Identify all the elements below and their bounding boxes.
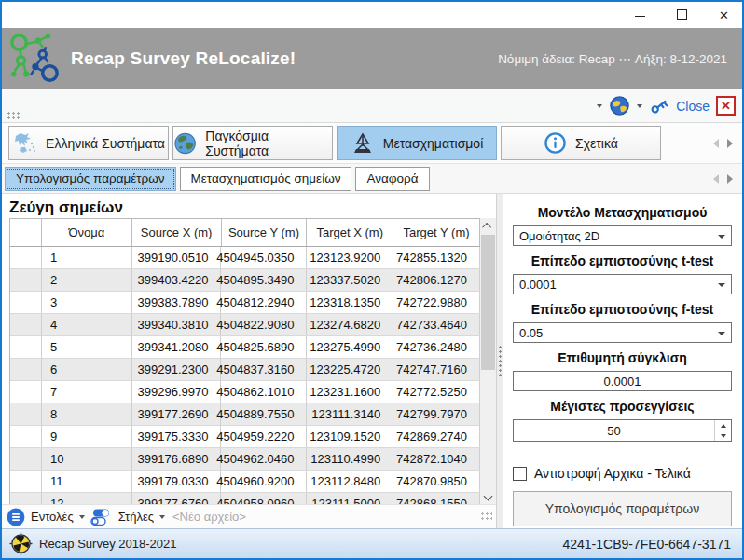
scrollbar-up-icon[interactable]	[480, 218, 496, 234]
commands-menu-button[interactable]: Εντολές	[31, 510, 74, 524]
model-select[interactable]: Ομοιότητας 2D	[513, 225, 732, 246]
header-name[interactable]: Όνομα	[42, 219, 132, 246]
cell-name[interactable]: 11	[42, 471, 132, 492]
cell-name[interactable]: 6	[42, 359, 132, 380]
cell-source-x[interactable]: 399175.3330	[132, 426, 222, 447]
cell-target-y[interactable]: 742869.2740	[393, 426, 480, 447]
row-selector[interactable]	[10, 426, 42, 447]
header-target-y[interactable]: Target Y (m)	[393, 219, 480, 246]
cell-name[interactable]: 9	[42, 426, 132, 447]
tab-world-systems[interactable]: Παγκόσμια Συστήματα	[172, 126, 333, 160]
table-row[interactable]: 11399179.03304504960.9200123112.84807428…	[10, 471, 480, 493]
chevron-down-icon[interactable]	[159, 515, 165, 519]
scrollbar-thumb[interactable]	[481, 235, 495, 370]
cell-target-y[interactable]: 742855.1320	[393, 247, 480, 268]
cell-source-y[interactable]: 4504962.0460	[221, 448, 307, 470]
cell-target-x[interactable]: 123123.9200	[307, 247, 393, 268]
cell-name[interactable]: 1	[42, 247, 132, 268]
table-row[interactable]: 10399176.68904504962.0460123110.49907428…	[10, 448, 480, 471]
cell-target-y[interactable]: 742747.7160	[393, 359, 480, 380]
cell-source-y[interactable]: 4504958.0960	[221, 493, 307, 504]
table-row[interactable]: 1399190.05104504945.0350123123.920074285…	[10, 247, 480, 269]
cell-source-x[interactable]: 399190.0510	[132, 247, 222, 268]
scrollbar-down-icon[interactable]	[480, 488, 496, 504]
cell-target-x[interactable]: 123274.6820	[307, 314, 393, 335]
cell-source-y[interactable]: 4504895.3490	[221, 269, 307, 291]
chevron-down-icon[interactable]	[637, 104, 642, 108]
columns-menu-button[interactable]: Στήλες	[118, 510, 154, 524]
cell-target-y[interactable]: 742806.1270	[393, 269, 480, 291]
tab-transformations[interactable]: Μετασχηματισμοί	[337, 126, 497, 160]
table-row[interactable]: 7399296.99704504862.1010123231.160074277…	[10, 381, 480, 403]
cell-name[interactable]: 3	[42, 292, 132, 313]
invert-checkbox[interactable]	[513, 467, 527, 481]
chevron-down-icon[interactable]	[79, 515, 85, 519]
scroll-left-icon[interactable]	[713, 139, 719, 148]
stepper-up-icon[interactable]	[715, 420, 731, 430]
tab-greek-systems[interactable]: Ελληνικά Συστήματα	[8, 126, 169, 160]
close-menu-button[interactable]: Close	[676, 99, 710, 114]
cell-name[interactable]: 2	[42, 269, 132, 291]
cell-target-x[interactable]: 123112.8480	[307, 471, 393, 492]
cell-name[interactable]: 12	[42, 493, 132, 504]
scroll-right-icon[interactable]	[727, 139, 733, 148]
cell-target-y[interactable]: 742722.9880	[393, 292, 480, 313]
subtab-report[interactable]: Αναφορά	[355, 167, 429, 191]
cell-target-x[interactable]: 123110.4990	[307, 448, 393, 470]
row-selector[interactable]	[10, 269, 42, 291]
columns-toggles-icon[interactable]	[90, 508, 113, 526]
commands-menu-icon[interactable]	[7, 508, 25, 526]
row-selector[interactable]	[10, 247, 42, 268]
tab-about[interactable]: Σχετικά	[501, 126, 661, 160]
panel-splitter[interactable]	[496, 194, 503, 528]
cell-source-y[interactable]: 4504959.2220	[221, 426, 307, 447]
header-source-x[interactable]: Source X (m)	[132, 219, 222, 246]
cell-source-y[interactable]: 4504837.3160	[221, 359, 307, 380]
row-selector[interactable]	[10, 403, 42, 425]
cell-source-x[interactable]: 399340.3810	[132, 314, 222, 335]
row-selector[interactable]	[10, 359, 42, 380]
table-row[interactable]: 3399383.78904504812.2940123318.135074272…	[10, 292, 480, 314]
cell-name[interactable]: 7	[42, 381, 132, 403]
language-globe-icon[interactable]	[609, 95, 630, 116]
cell-target-x[interactable]: 123318.1350	[307, 292, 393, 313]
cell-name[interactable]: 10	[42, 448, 132, 470]
cell-target-y[interactable]: 742799.7970	[393, 403, 480, 425]
cell-source-y[interactable]: 4504889.7550	[221, 403, 307, 425]
iterations-stepper[interactable]	[513, 419, 732, 442]
maximize-button[interactable]	[677, 8, 687, 21]
cell-target-y[interactable]: 742733.4640	[393, 314, 480, 335]
cell-source-y[interactable]: 4504945.0350	[221, 247, 307, 268]
cell-name[interactable]: 4	[42, 314, 132, 335]
cell-target-x[interactable]: 123231.1600	[307, 381, 393, 403]
convergence-input[interactable]	[513, 371, 732, 391]
table-row[interactable]: 8399177.26904504889.7550123111.314074279…	[10, 403, 480, 426]
cell-source-x[interactable]: 399296.9970	[132, 381, 222, 403]
row-selector[interactable]	[10, 493, 42, 504]
stepper-down-icon[interactable]	[715, 430, 731, 441]
row-selector[interactable]	[10, 448, 42, 470]
table-row[interactable]: 4399340.38104504822.9080123274.682074273…	[10, 314, 480, 336]
cell-source-x[interactable]: 399179.0330	[132, 471, 222, 492]
cell-target-x[interactable]: 123109.1520	[307, 426, 393, 447]
cell-source-x[interactable]: 399177.2690	[132, 403, 222, 425]
table-row[interactable]: 12399177.67604504958.0960123111.50007428…	[10, 493, 480, 504]
cell-source-y[interactable]: 4504825.6890	[221, 336, 307, 358]
header-target-x[interactable]: Target X (m)	[307, 219, 393, 246]
cell-target-y[interactable]: 742736.2480	[393, 336, 480, 358]
cell-source-y[interactable]: 4504812.2940	[221, 292, 307, 313]
header-row-selector[interactable]	[10, 219, 42, 246]
cell-source-x[interactable]: 399291.2300	[132, 359, 222, 380]
cell-target-x[interactable]: 123111.3140	[307, 403, 393, 425]
table-row[interactable]: 9399175.33304504959.2220123109.152074286…	[10, 426, 480, 448]
cell-source-x[interactable]: 399177.6760	[132, 493, 222, 504]
table-vertical-scrollbar[interactable]	[480, 218, 496, 504]
scroll-right-icon[interactable]	[727, 174, 733, 184]
window-close-button[interactable]: ✕	[719, 9, 729, 21]
compute-parameters-button[interactable]: Υπολογισμός παραμέτρων	[513, 491, 732, 526]
invert-checkbox-row[interactable]: Αντιστροφή Αρχικα - Τελικά	[513, 466, 732, 481]
ftest-select[interactable]: 0.05	[513, 322, 732, 343]
cell-source-x[interactable]: 399383.7890	[132, 292, 222, 313]
iterations-input[interactable]	[514, 420, 714, 441]
cell-target-x[interactable]: 123337.5020	[307, 269, 393, 291]
